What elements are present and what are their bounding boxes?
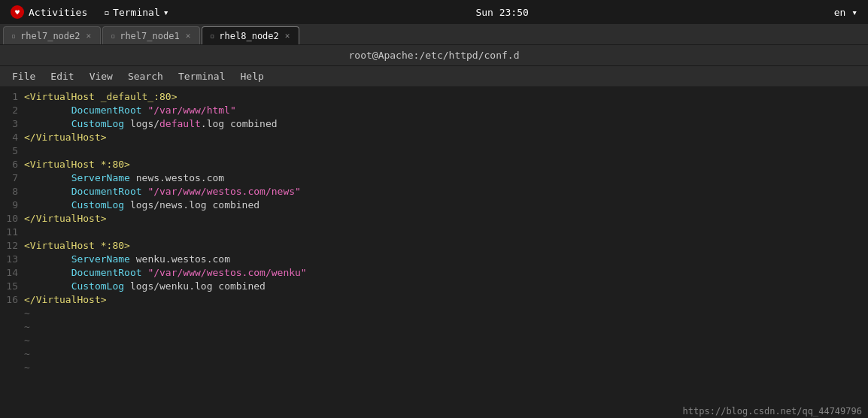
tab-rhel8-node2[interactable]: ▫ rhel8_node2 ✕ xyxy=(202,26,299,44)
tilde-line-2: ~ xyxy=(0,320,868,334)
tilde-content-4: ~ xyxy=(24,347,868,361)
tilde-line-3: ~ xyxy=(0,334,868,347)
code-line-4: 4 </VirtualHost> xyxy=(0,131,868,144)
line-num-12: 12 xyxy=(0,239,24,253)
code-line-1: 1 <VirtualHost _default_:80> xyxy=(0,90,868,104)
code-line-15: 15 CustomLog logs/wenku.log combined xyxy=(0,280,868,293)
code-line-5: 5 xyxy=(0,144,868,158)
tab-close-2[interactable]: ✕ xyxy=(184,31,193,41)
code-line-2: 2 DocumentRoot "/var/www/html" xyxy=(0,104,868,117)
line-num-6: 6 xyxy=(0,158,24,171)
tilde-num-4 xyxy=(0,347,24,361)
line-content-8: DocumentRoot "/var/www/westos.com/news" xyxy=(24,185,868,198)
tab-icon-2: ▫ xyxy=(111,32,115,40)
status-bar: https://blog.csdn.net/qq_44749796 xyxy=(677,404,868,418)
line-content-6: <VirtualHost *:80> xyxy=(24,158,868,171)
line-num-8: 8 xyxy=(0,185,24,198)
line-content-5 xyxy=(24,144,868,158)
line-content-1: <VirtualHost _default_:80> xyxy=(24,90,868,104)
line-num-3: 3 xyxy=(0,117,24,131)
menu-bar: File Edit View Search Terminal Help xyxy=(0,66,868,87)
line-num-5: 5 xyxy=(0,144,24,158)
tab-icon-3: ▫ xyxy=(210,32,214,40)
tilde-content-1: ~ xyxy=(24,307,868,320)
tilde-line-5: ~ xyxy=(0,361,868,374)
title-bar: root@Apache:/etc/httpd/conf.d xyxy=(0,45,868,66)
language-label: en xyxy=(834,7,846,18)
line-content-9: CustomLog logs/news.log combined xyxy=(24,198,868,212)
tab-rhel7-node2[interactable]: ▫ rhel7_node2 ✕ xyxy=(3,26,101,44)
tilde-num-2 xyxy=(0,320,24,334)
tab-label-2: rhel7_node1 xyxy=(120,31,179,41)
line-num-10: 10 xyxy=(0,212,24,226)
menu-search[interactable]: Search xyxy=(122,69,169,83)
line-num-13: 13 xyxy=(0,253,24,266)
menu-edit[interactable]: Edit xyxy=(44,69,80,83)
menu-file[interactable]: File xyxy=(6,69,41,83)
system-bar: ♥ Activities ▫ Terminal ▾ Sun 23:50 en ▾ xyxy=(0,0,868,24)
line-num-9: 9 xyxy=(0,198,24,212)
line-num-16: 16 xyxy=(0,293,24,307)
terminal-icon: ▫ xyxy=(104,7,110,18)
tilde-num-3 xyxy=(0,334,24,347)
tab-close-1[interactable]: ✕ xyxy=(85,31,93,41)
system-clock: Sun 23:50 xyxy=(475,7,528,18)
language-button[interactable]: en ▾ xyxy=(830,5,862,20)
code-line-8: 8 DocumentRoot "/var/www/westos.com/news… xyxy=(0,185,868,198)
line-num-2: 2 xyxy=(0,104,24,117)
menu-view[interactable]: View xyxy=(83,69,119,83)
code-line-12: 12 <VirtualHost *:80> xyxy=(0,239,868,253)
activities-label: Activities xyxy=(29,7,87,18)
tab-label-1: rhel7_node2 xyxy=(20,31,80,41)
tilde-num-5 xyxy=(0,361,24,374)
code-line-7: 7 ServerName news.westos.com xyxy=(0,171,868,185)
line-content-10: </VirtualHost> xyxy=(24,212,868,226)
line-content-16: </VirtualHost> xyxy=(24,293,868,307)
line-content-4: </VirtualHost> xyxy=(24,131,868,144)
tilde-line-1: ~ xyxy=(0,307,868,320)
system-bar-left: ♥ Activities ▫ Terminal ▾ xyxy=(6,4,175,20)
code-line-16: 16 </VirtualHost> xyxy=(0,293,868,307)
code-line-14: 14 DocumentRoot "/var/www/westos.com/wen… xyxy=(0,266,868,280)
line-content-2: DocumentRoot "/var/www/html" xyxy=(24,104,868,117)
line-content-14: DocumentRoot "/var/www/westos.com/wenku" xyxy=(24,266,868,280)
terminal-label: Terminal xyxy=(113,7,160,18)
redhat-icon: ♥ xyxy=(11,5,24,19)
menu-terminal[interactable]: Terminal xyxy=(172,69,232,83)
tab-rhel7-node1[interactable]: ▫ rhel7_node1 ✕ xyxy=(102,26,200,44)
editor-area: 1 <VirtualHost _default_:80> 2 DocumentR… xyxy=(0,87,868,418)
status-url: https://blog.csdn.net/qq_44749796 xyxy=(683,406,862,416)
line-content-15: CustomLog logs/wenku.log combined xyxy=(24,280,868,293)
activities-button[interactable]: ♥ Activities xyxy=(6,4,92,20)
window-title: root@Apache:/etc/httpd/conf.d xyxy=(349,50,520,61)
clock-time: Sun 23:50 xyxy=(475,7,528,18)
code-line-9: 9 CustomLog logs/news.log combined xyxy=(0,198,868,212)
line-num-11: 11 xyxy=(0,226,24,239)
line-content-7: ServerName news.westos.com xyxy=(24,171,868,185)
line-content-12: <VirtualHost *:80> xyxy=(24,239,868,253)
tilde-num-1 xyxy=(0,307,24,320)
code-line-10: 10 </VirtualHost> xyxy=(0,212,868,226)
line-content-11 xyxy=(24,226,868,239)
line-num-15: 15 xyxy=(0,280,24,293)
tab-close-3[interactable]: ✕ xyxy=(284,31,292,41)
tilde-content-5: ~ xyxy=(24,361,868,374)
language-dropdown-icon: ▾ xyxy=(851,7,857,18)
terminal-dropdown-icon: ▾ xyxy=(163,7,169,18)
tab-label-3: rhel8_node2 xyxy=(219,31,278,41)
line-num-7: 7 xyxy=(0,171,24,185)
code-line-13: 13 ServerName wenku.westos.com xyxy=(0,253,868,266)
tilde-content-3: ~ xyxy=(24,334,868,347)
line-num-4: 4 xyxy=(0,131,24,144)
line-num-1: 1 xyxy=(0,90,24,104)
tab-bar: ▫ rhel7_node2 ✕ ▫ rhel7_node1 ✕ ▫ rhel8_… xyxy=(0,24,868,45)
system-bar-right: en ▾ xyxy=(830,5,862,20)
line-content-3: CustomLog logs/default.log combined xyxy=(24,117,868,131)
code-line-6: 6 <VirtualHost *:80> xyxy=(0,158,868,171)
menu-help[interactable]: Help xyxy=(235,69,270,83)
code-line-3: 3 CustomLog logs/default.log combined xyxy=(0,117,868,131)
code-line-11: 11 xyxy=(0,226,868,239)
tilde-content-2: ~ xyxy=(24,320,868,334)
tilde-line-4: ~ xyxy=(0,347,868,361)
terminal-button[interactable]: ▫ Terminal ▾ xyxy=(98,5,175,20)
